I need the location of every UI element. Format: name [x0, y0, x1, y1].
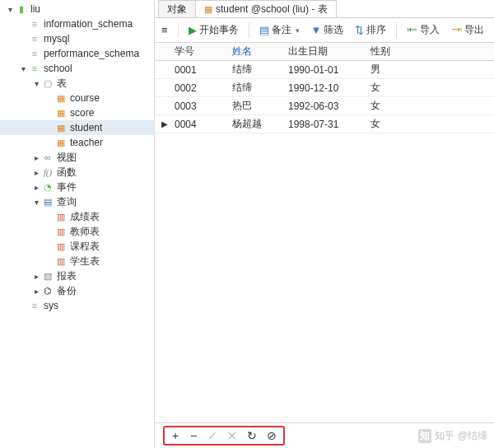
table-row[interactable]: 0002结缔1990-12-10女 — [155, 79, 494, 97]
cell[interactable]: 结缔 — [226, 63, 282, 77]
tree-node-course[interactable]: ▦course — [0, 91, 154, 105]
cell[interactable]: 1990-01-01 — [282, 64, 364, 76]
import-icon: ⭰ — [407, 24, 417, 36]
column-header[interactable]: 出生日期 — [282, 44, 364, 58]
export-button[interactable]: ⭲ 导出 — [450, 21, 486, 39]
tree-node--[interactable]: ▸⌬备份 — [0, 283, 154, 298]
tree-node--[interactable]: ▸▧报表 — [0, 268, 154, 283]
cell[interactable]: 0003 — [168, 100, 226, 112]
tree-label: 查询 — [56, 195, 77, 209]
tree-node-information-schema[interactable]: ≡information_schema — [0, 16, 154, 31]
row-menu-button[interactable]: ≡ — [160, 22, 170, 38]
cell[interactable]: 0002 — [168, 82, 226, 94]
cell[interactable]: 女 — [364, 99, 408, 113]
tree-node-student[interactable]: ▦student — [0, 120, 154, 135]
column-header[interactable]: 姓名 — [226, 44, 282, 58]
cancel-button[interactable]: ✕ — [227, 429, 237, 442]
table-icon: ▦ — [54, 122, 68, 133]
expand-icon[interactable]: ▾ — [18, 64, 28, 73]
tree-label: mysql — [43, 33, 69, 44]
tree-label: 课程表 — [69, 240, 100, 254]
expand-icon[interactable]: ▾ — [5, 5, 15, 14]
collapse-icon[interactable]: ▸ — [31, 153, 41, 162]
begin-transaction-button[interactable]: ▶ 开始事务 — [187, 21, 240, 39]
tree-label: 视图 — [56, 151, 77, 165]
tree-label: course — [69, 92, 100, 104]
tree-node--[interactable]: ▾▢表 — [0, 76, 154, 91]
funnel-icon: ▼ — [311, 24, 322, 36]
qry-icon: ▤ — [41, 196, 54, 208]
tree-node--[interactable]: ▸◔事件 — [0, 180, 154, 194]
cell[interactable]: 结缔 — [226, 81, 282, 95]
tab-label: 对象 — [167, 2, 187, 16]
sort-button[interactable]: ⇅ 排序 — [353, 21, 388, 39]
tree-node--[interactable]: ▥学生表 — [0, 254, 154, 268]
data-grid[interactable]: 学号姓名出生日期性别 0001结缔1990-01-01男0002结缔1990-1… — [155, 43, 494, 423]
delete-row-button[interactable]: − — [189, 429, 198, 442]
tree-node-sys[interactable]: ≡sys — [0, 298, 154, 313]
tree-node-performance-schema[interactable]: ≡performance_schema — [0, 46, 154, 61]
db-icon: ≡ — [28, 48, 41, 59]
tree-node--[interactable]: ▥课程表 — [0, 239, 154, 254]
cell[interactable]: 男 — [364, 63, 408, 77]
separator — [178, 23, 179, 38]
separator — [249, 23, 249, 38]
qfile-icon: ▥ — [54, 226, 68, 237]
cell[interactable]: 杨超越 — [226, 117, 282, 131]
tree-label: 表 — [56, 77, 67, 91]
tree-node-school[interactable]: ▾≡school — [0, 61, 154, 76]
table-row[interactable]: ▶0004杨超越1998-07-31女 — [155, 115, 494, 133]
main-panel: 对象 ▦ student @school (liu) - 表 ≡ ▶ 开始事务 … — [155, 0, 494, 448]
stop-button[interactable]: ⊘ — [267, 429, 277, 442]
tab-student[interactable]: ▦ student @school (liu) - 表 — [195, 0, 337, 17]
table-toolbar: ≡ ▶ 开始事务 ▤ 备注 ▾ ▼ 筛选 ⇅ 排序 ⭰ — [155, 18, 494, 43]
tree-label: performance_schema — [43, 48, 139, 59]
tree-label: liu — [30, 3, 40, 15]
tree-node--[interactable]: ▸∞视图 — [0, 150, 154, 165]
add-row-button[interactable]: + — [171, 429, 179, 442]
tree-node--[interactable]: ▸f()函数 — [0, 165, 154, 180]
import-button[interactable]: ⭰ 导入 — [405, 21, 441, 39]
tree-node--[interactable]: ▥教师表 — [0, 224, 154, 239]
note-icon: ▤ — [259, 24, 269, 36]
tree-label: score — [69, 107, 94, 119]
table-row[interactable]: 0001结缔1990-01-01男 — [155, 61, 494, 79]
button-label: 导入 — [420, 23, 440, 37]
collapse-icon[interactable]: ▸ — [31, 168, 41, 177]
tab-label: student @school (liu) - 表 — [216, 2, 328, 16]
cell[interactable]: 女 — [364, 117, 408, 131]
cell[interactable]: 0004 — [168, 119, 226, 130]
collapse-icon[interactable]: ▸ — [31, 183, 41, 192]
evt-icon: ◔ — [41, 181, 54, 193]
cell[interactable]: 0001 — [168, 64, 226, 76]
refresh-button[interactable]: ↻ — [247, 429, 257, 442]
tree-node--[interactable]: ▾▤查询 — [0, 194, 154, 209]
cell[interactable]: 1992-06-03 — [282, 100, 364, 112]
collapse-icon[interactable]: ▸ — [31, 287, 41, 296]
remark-button[interactable]: ▤ 备注 ▾ — [258, 21, 301, 39]
tree-label: 函数 — [56, 166, 77, 180]
tree-node-score[interactable]: ▦score — [0, 105, 154, 120]
tab-objects[interactable]: 对象 — [158, 0, 196, 17]
qfile-icon: ▥ — [54, 255, 68, 267]
tree-label: information_schema — [43, 18, 133, 30]
cell[interactable]: 1998-07-31 — [282, 119, 364, 130]
expand-icon[interactable]: ▾ — [31, 79, 41, 88]
tree-node-teacher[interactable]: ▦teacher — [0, 135, 154, 150]
table-row[interactable]: 0003热巴1992-06-03女 — [155, 97, 494, 115]
cell[interactable]: 女 — [364, 81, 408, 95]
filter-button[interactable]: ▼ 筛选 — [310, 21, 346, 39]
tree-node--[interactable]: ▥成绩表 — [0, 209, 154, 224]
column-header[interactable]: 性别 — [364, 44, 408, 58]
expand-icon[interactable]: ▾ — [31, 198, 41, 207]
connection-tree[interactable]: ▾▮liu≡information_schema≡mysql≡performan… — [0, 0, 155, 448]
tree-node-mysql[interactable]: ≡mysql — [0, 31, 154, 46]
commit-button[interactable]: ✓ — [207, 429, 217, 442]
tree-node-liu[interactable]: ▾▮liu — [0, 2, 154, 16]
collapse-icon[interactable]: ▸ — [31, 272, 41, 281]
tree-label: student — [69, 122, 102, 133]
tree-label: sys — [43, 300, 58, 311]
column-header[interactable]: 学号 — [168, 44, 226, 58]
cell[interactable]: 热巴 — [226, 99, 282, 113]
cell[interactable]: 1990-12-10 — [282, 82, 364, 94]
